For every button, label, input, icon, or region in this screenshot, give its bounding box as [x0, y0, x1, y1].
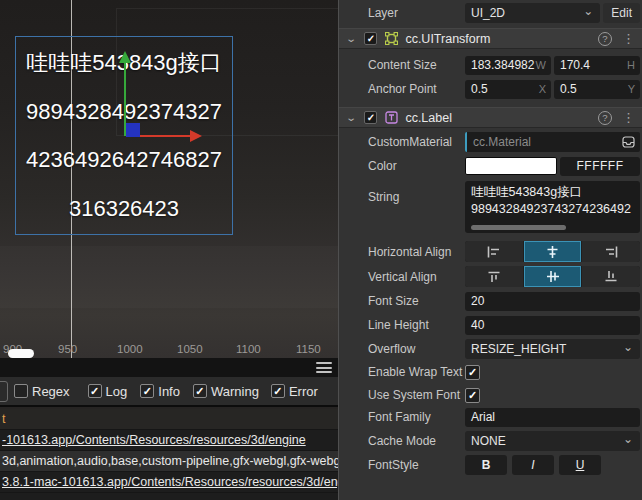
collapse-chevron-icon[interactable]: ⌄: [345, 33, 357, 44]
overflow-dropdown[interactable]: RESIZE_HEIGHT ⌄: [465, 339, 640, 359]
overflow-label: Overflow: [368, 342, 415, 356]
valign-bottom-button[interactable]: [582, 266, 640, 287]
anchor-point-row: Anchor Point 0.5 X 0.5 Y: [339, 79, 642, 99]
console-filterbar: ✓ Regex ✓ Log ✓ Info ✓ Warning ✓ Error: [0, 377, 338, 407]
background-band: [0, 246, 338, 308]
line-height-input[interactable]: 40: [465, 316, 640, 335]
inspector-panel: Layer UI_2D ⌄ Edit ⌄ ✓: [338, 0, 642, 500]
filter-log[interactable]: ✓ Log: [88, 384, 128, 399]
overflow-value: RESIZE_HEIGHT: [471, 342, 566, 356]
log-link[interactable]: -101613.app/Contents/Resources/resources…: [2, 433, 306, 447]
uitransform-icon: [385, 32, 398, 45]
content-size-label: Content Size: [368, 58, 437, 72]
help-icon[interactable]: ?: [598, 32, 612, 46]
line-height-value: 40: [471, 318, 484, 332]
font-family-row: Font Family Arial: [339, 407, 642, 427]
font-size-input[interactable]: 20: [465, 292, 640, 311]
layer-edit-button[interactable]: Edit: [603, 3, 640, 23]
font-family-value: Arial: [471, 410, 495, 424]
filter-info[interactable]: ✓ Info: [140, 384, 180, 399]
cocos-creator-editor: 哇哇哇543843g接口 9894328492374327 4236492642…: [0, 0, 642, 500]
asset-slot-icon[interactable]: [622, 136, 635, 148]
font-size-row: Font Size 20: [339, 291, 642, 311]
string-textarea[interactable]: 哇哇哇543843g接口 98943284923743274236492: [465, 181, 640, 233]
filter-regex[interactable]: ✓ Regex: [14, 384, 70, 399]
valign-middle-button[interactable]: [524, 266, 582, 287]
gizmo-origin-handle[interactable]: [126, 123, 140, 137]
custom-material-label: CustomMaterial: [368, 135, 452, 149]
warning-checkbox[interactable]: ✓: [193, 384, 207, 398]
regex-checkbox[interactable]: ✓: [14, 384, 28, 398]
cclabel-header[interactable]: ⌄ ✓ cc.Label ? ⋮: [339, 107, 642, 128]
font-style-row: FontStyle B I U: [339, 455, 642, 475]
info-label: Info: [158, 384, 180, 399]
valign-top-button[interactable]: [465, 266, 523, 287]
log-row[interactable]: -101613.app/Contents/Resources/resources…: [0, 430, 338, 451]
log-text: 3d,animation,audio,base,custom-pipeline,…: [2, 454, 338, 468]
custom-material-row: CustomMaterial cc.Material: [339, 131, 642, 153]
more-menu-icon[interactable]: ⋮: [622, 31, 635, 46]
anchor-y-input[interactable]: 0.5 Y: [554, 80, 640, 99]
align-center-icon: [544, 245, 561, 259]
align-left-icon: [485, 245, 502, 259]
string-line2: 98943284923743274236492: [471, 201, 634, 218]
log-row[interactable]: 3.8.1-mac-101613.app/Contents/Resources/…: [0, 472, 338, 493]
log-label: Log: [106, 384, 128, 399]
align-right-button[interactable]: [582, 241, 640, 262]
italic-button[interactable]: I: [512, 455, 554, 475]
log-row[interactable]: 3d,animation,audio,base,custom-pipeline,…: [0, 451, 338, 472]
layer-row: Layer UI_2D ⌄ Edit: [339, 2, 642, 24]
uitransform-enabled-checkbox[interactable]: ✓: [364, 32, 377, 45]
bold-button[interactable]: B: [465, 455, 507, 475]
uitransform-header[interactable]: ⌄ ✓ cc.UITransform ? ⋮: [339, 28, 642, 49]
align-left-button[interactable]: [465, 241, 523, 262]
chevron-down-icon: ⌄: [583, 4, 593, 18]
scene-view[interactable]: 哇哇哇543843g接口 9894328492374327 4236492642…: [0, 0, 338, 500]
label-line: 4236492642746827: [26, 136, 222, 185]
filter-warning[interactable]: ✓ Warning: [193, 384, 259, 399]
gizmo-x-arrowhead-icon: [190, 130, 202, 142]
more-menu-icon[interactable]: ⋮: [622, 110, 635, 125]
cache-mode-dropdown[interactable]: NONE ⌄: [465, 431, 640, 451]
cache-mode-label: Cache Mode: [368, 434, 436, 448]
anchor-point-label: Anchor Point: [368, 82, 437, 96]
underline-button[interactable]: U: [559, 455, 601, 475]
use-system-font-checkbox[interactable]: ✓: [465, 388, 480, 403]
layer-dropdown[interactable]: UI_2D ⌄: [465, 3, 600, 23]
log-link[interactable]: 3.8.1-mac-101613.app/Contents/Resources/…: [2, 475, 338, 489]
error-checkbox[interactable]: ✓: [271, 384, 285, 398]
content-size-row: Content Size 183.384982 W 170.4 H: [339, 55, 642, 75]
scene-viewport[interactable]: 哇哇哇543843g接口 9894328492374327 4236492642…: [0, 0, 338, 358]
horizontal-scrollbar-thumb[interactable]: [8, 349, 34, 358]
custom-material-input[interactable]: cc.Material: [465, 132, 640, 152]
menu-icon[interactable]: [316, 362, 332, 373]
w-suffix: W: [536, 59, 546, 71]
vertical-align-label: Vertical Align: [368, 270, 437, 284]
console-search-input[interactable]: [0, 381, 8, 402]
color-hex-field[interactable]: FFFFFF: [560, 157, 640, 176]
help-icon[interactable]: ?: [598, 111, 612, 125]
cache-mode-row: Cache Mode NONE ⌄: [339, 431, 642, 451]
collapse-chevron-icon[interactable]: ⌄: [345, 112, 357, 123]
content-size-w-value: 183.384982: [471, 58, 534, 72]
enable-wrap-checkbox[interactable]: ✓: [465, 365, 480, 380]
info-checkbox[interactable]: ✓: [140, 384, 154, 398]
color-swatch[interactable]: [465, 157, 557, 175]
log-row[interactable]: t: [0, 409, 338, 430]
anchor-x-input[interactable]: 0.5 X: [465, 80, 551, 99]
console-menubar: [0, 358, 338, 377]
filter-error[interactable]: ✓ Error: [271, 384, 318, 399]
uitransform-title: cc.UITransform: [405, 32, 490, 46]
log-checkbox[interactable]: ✓: [88, 384, 102, 398]
align-center-button[interactable]: [524, 241, 582, 262]
textarea-hscrollbar[interactable]: [471, 225, 566, 230]
valign-middle-icon: [545, 269, 561, 284]
cache-mode-value: NONE: [471, 434, 506, 448]
cclabel-enabled-checkbox[interactable]: ✓: [364, 111, 377, 124]
font-family-input[interactable]: Arial: [465, 408, 640, 427]
regex-label: Regex: [32, 384, 70, 399]
line-height-row: Line Height 40: [339, 315, 642, 335]
content-size-w-input[interactable]: 183.384982 W: [465, 56, 551, 75]
content-size-h-input[interactable]: 170.4 H: [554, 56, 640, 75]
ruler-tick: 1000: [117, 343, 143, 355]
